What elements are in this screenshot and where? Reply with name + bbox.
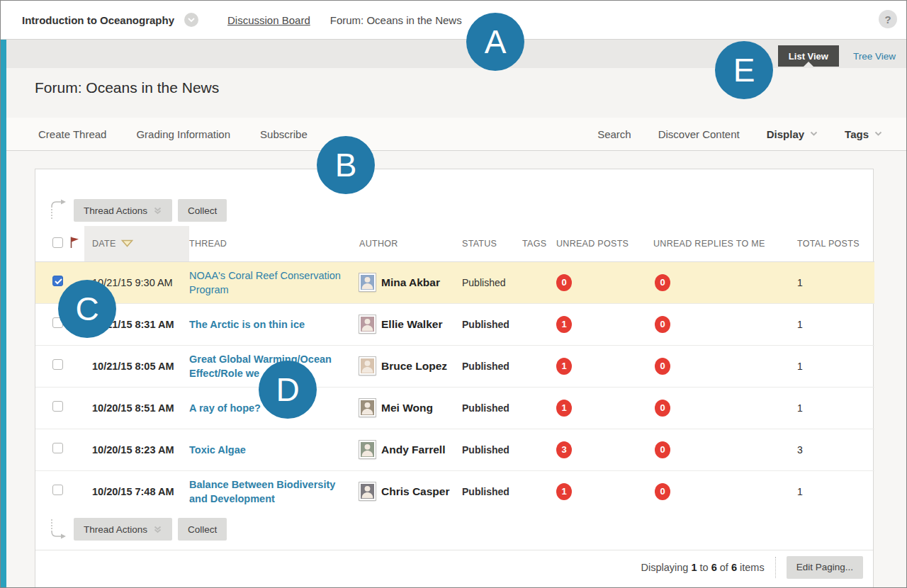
thread-list-toolbar-top: Thread Actions Collect bbox=[35, 199, 873, 222]
thread-status: Published bbox=[462, 345, 522, 387]
author-name: Mina Akbar bbox=[381, 276, 440, 289]
create-thread-button[interactable]: Create Thread bbox=[38, 128, 106, 140]
thread-actions-button[interactable]: Thread Actions bbox=[74, 199, 172, 222]
unread-posts-badge: 1 bbox=[556, 316, 572, 333]
divider bbox=[775, 557, 776, 578]
thread-status: Published bbox=[462, 303, 522, 345]
unread-posts-badge: 1 bbox=[556, 483, 572, 500]
table-row: 10/21/15 8:31 AM The Arctic is on thin i… bbox=[35, 303, 874, 345]
avatar bbox=[359, 315, 376, 333]
author-name: Andy Farrell bbox=[381, 443, 445, 456]
double-chevron-down-icon bbox=[153, 206, 162, 215]
unread-replies-badge: 0 bbox=[655, 483, 670, 500]
action-bar: Create Thread Grading Information Subscr… bbox=[6, 118, 906, 151]
edit-paging-button[interactable]: Edit Paging... bbox=[787, 556, 863, 579]
row-checkbox[interactable] bbox=[52, 359, 63, 370]
total-posts: 1 bbox=[795, 303, 874, 345]
annotation-badge-b: B bbox=[317, 136, 375, 194]
row-checkbox[interactable] bbox=[52, 401, 63, 412]
avatar bbox=[359, 441, 376, 458]
thread-status: Published bbox=[462, 470, 522, 512]
column-header-thread[interactable]: THREAD bbox=[189, 226, 359, 261]
column-header-status[interactable]: STATUS bbox=[462, 226, 522, 261]
thread-date: 10/20/15 8:51 AM bbox=[84, 387, 189, 429]
row-checkbox[interactable] bbox=[52, 485, 63, 495]
table-header-row: DATE THREAD AUTHOR STATUS TAGS UNREAD PO… bbox=[35, 226, 874, 261]
collect-button[interactable]: Collect bbox=[178, 199, 227, 222]
unread-replies-badge: 0 bbox=[655, 316, 670, 333]
subscribe-button[interactable]: Subscribe bbox=[260, 128, 308, 140]
unread-posts-badge: 1 bbox=[556, 400, 572, 417]
course-menu-chevron-icon[interactable] bbox=[184, 13, 198, 27]
apply-to-selection-arrow-icon bbox=[50, 518, 68, 541]
column-header-tags[interactable]: TAGS bbox=[522, 226, 556, 261]
discover-content-button[interactable]: Discover Content bbox=[658, 128, 740, 140]
column-header-total-posts[interactable]: TOTAL POSTS bbox=[795, 226, 874, 261]
unread-replies-badge: 0 bbox=[655, 274, 670, 291]
annotation-badge-e: E bbox=[715, 41, 773, 99]
collect-button[interactable]: Collect bbox=[178, 518, 227, 541]
thread-status: Published bbox=[462, 429, 522, 470]
column-header-unread-posts[interactable]: UNREAD POSTS bbox=[556, 226, 653, 261]
thread-link[interactable]: The Arctic is on thin ice bbox=[189, 317, 305, 332]
avatar bbox=[359, 357, 376, 375]
thread-link[interactable]: Toxic Algae bbox=[189, 443, 246, 457]
column-header-date[interactable]: DATE bbox=[84, 226, 189, 261]
flag-icon bbox=[69, 236, 80, 249]
unread-replies-badge: 0 bbox=[655, 441, 670, 458]
annotation-badge-d: D bbox=[259, 361, 317, 419]
avatar bbox=[359, 482, 376, 500]
table-row: 10/21/15 8:05 AM Great Global Warming/Oc… bbox=[35, 345, 874, 387]
thread-link[interactable]: A ray of hope? bbox=[189, 401, 261, 415]
author-name: Ellie Walker bbox=[381, 318, 442, 331]
total-posts: 1 bbox=[795, 261, 874, 303]
left-accent-bar bbox=[1, 40, 6, 587]
annotation-badge-c: C bbox=[58, 280, 116, 338]
breadcrumb-forum: Forum: Oceans in the News bbox=[330, 14, 462, 26]
author-name: Mei Wong bbox=[381, 402, 433, 414]
avatar bbox=[359, 273, 376, 291]
unread-posts-badge: 1 bbox=[556, 358, 572, 375]
table-row: 10/21/15 9:30 AM NOAA's Coral Reef Conse… bbox=[35, 261, 874, 303]
list-view-button[interactable]: List View bbox=[778, 45, 839, 67]
thread-link[interactable]: Balance Between Biodiversity and Develop… bbox=[189, 477, 335, 506]
thread-date: 10/21/15 8:05 AM bbox=[84, 345, 189, 387]
apply-to-selection-arrow-icon bbox=[50, 199, 68, 222]
search-button[interactable]: Search bbox=[597, 128, 631, 140]
thread-date: 10/20/15 8:23 AM bbox=[84, 429, 189, 470]
author-name: Bruce Lopez bbox=[381, 360, 447, 373]
thread-list-panel: Thread Actions Collect bbox=[35, 169, 874, 588]
table-row: 10/20/15 8:51 AM A ray of hope? Mei Wong… bbox=[35, 387, 874, 429]
column-header-unread-replies[interactable]: UNREAD REPLIES TO ME bbox=[653, 226, 795, 261]
thread-date: 10/20/15 7:48 AM bbox=[84, 470, 189, 512]
grading-information-button[interactable]: Grading Information bbox=[136, 128, 230, 140]
thread-actions-button[interactable]: Thread Actions bbox=[74, 518, 172, 541]
course-title: Introduction to Oceanography bbox=[22, 14, 174, 26]
table-row: 10/20/15 8:23 AM Toxic Algae Andy Farrel… bbox=[35, 429, 874, 470]
total-posts: 1 bbox=[795, 345, 874, 387]
tree-view-link[interactable]: Tree View bbox=[853, 51, 896, 62]
thread-link[interactable]: NOAA's Coral Reef Conservation Program bbox=[189, 268, 341, 297]
display-dropdown[interactable]: Display bbox=[767, 128, 818, 140]
paging-bar: Displaying 1 to 6 of 6 items Edit Paging… bbox=[35, 550, 873, 588]
thread-table: DATE THREAD AUTHOR STATUS TAGS UNREAD PO… bbox=[35, 226, 874, 512]
total-posts: 1 bbox=[795, 470, 874, 512]
column-header-author[interactable]: AUTHOR bbox=[359, 226, 462, 261]
breadcrumb-discussion-board[interactable]: Discussion Board bbox=[227, 14, 310, 26]
thread-list-toolbar-bottom: Thread Actions Collect bbox=[35, 518, 873, 541]
tags-dropdown[interactable]: Tags bbox=[845, 128, 882, 140]
thread-status: Published bbox=[462, 387, 522, 429]
select-all-checkbox[interactable] bbox=[52, 237, 63, 248]
row-checkbox[interactable] bbox=[52, 276, 63, 286]
thread-status: Published bbox=[462, 261, 522, 303]
paging-status: Displaying 1 to 6 of 6 items bbox=[641, 562, 765, 573]
unread-replies-badge: 0 bbox=[655, 400, 670, 417]
chevron-down-icon bbox=[810, 131, 818, 137]
help-icon[interactable]: ? bbox=[879, 10, 897, 28]
chevron-down-icon bbox=[874, 131, 882, 137]
row-checkbox[interactable] bbox=[52, 443, 63, 453]
table-row: 10/20/15 7:48 AM Balance Between Biodive… bbox=[35, 470, 874, 512]
screenshot-frame: Introduction to Oceanography Discussion … bbox=[0, 0, 907, 588]
double-chevron-down-icon bbox=[153, 525, 162, 534]
annotation-badge-a: A bbox=[466, 13, 524, 71]
